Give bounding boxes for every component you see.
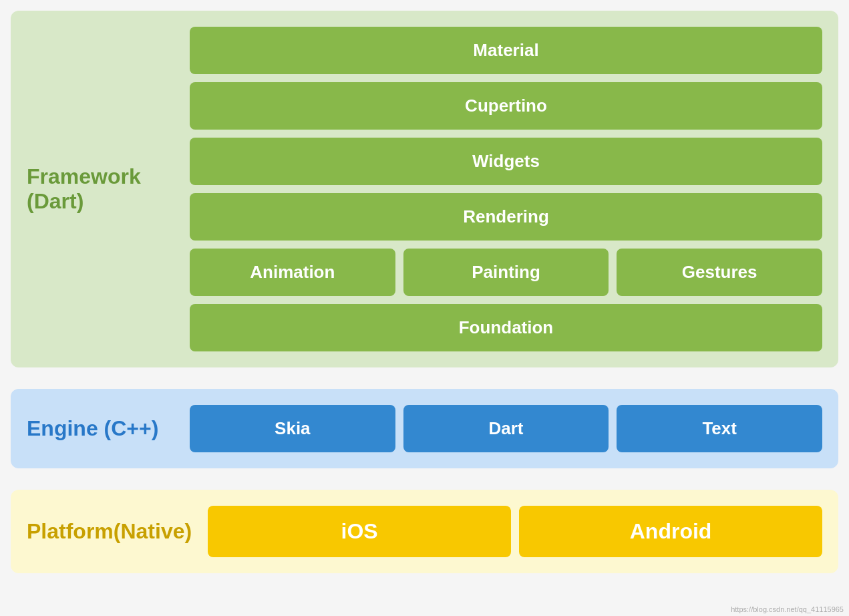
platform-row: iOS Android [208, 506, 822, 557]
engine-item-dart: Dart [403, 405, 609, 452]
engine-item-skia: Skia [190, 405, 395, 452]
engine-row: Skia Dart Text [190, 405, 822, 452]
engine-section: Engine (C++) Skia Dart Text [11, 389, 838, 468]
framework-item-material: Material [190, 27, 822, 74]
framework-item-gestures: Gestures [617, 249, 822, 296]
platform-item-ios: iOS [208, 506, 511, 557]
framework-title: Framework(Dart) [27, 164, 174, 214]
framework-row-5: Animation Painting Gestures [190, 249, 822, 296]
framework-row-2: Cupertino [190, 82, 822, 130]
engine-item-text: Text [617, 405, 822, 452]
framework-item-cupertino: Cupertino [190, 82, 822, 130]
framework-section: Framework(Dart) Material Cupertino Widge… [11, 11, 838, 367]
framework-row-6: Foundation [190, 304, 822, 351]
framework-item-painting: Painting [403, 249, 609, 296]
framework-item-widgets: Widgets [190, 138, 822, 185]
platform-title: Platform(Native) [27, 519, 192, 544]
platform-section: Platform(Native) iOS Android [11, 490, 838, 573]
framework-item-animation: Animation [190, 249, 395, 296]
platform-item-android: Android [519, 506, 822, 557]
engine-title: Engine (C++) [27, 416, 174, 441]
watermark: https://blog.csdn.net/qq_41115965 [731, 605, 844, 613]
framework-row-1: Material [190, 27, 822, 74]
framework-row-4: Rendering [190, 193, 822, 241]
engine-content: Skia Dart Text [190, 405, 822, 452]
framework-row-3: Widgets [190, 138, 822, 185]
platform-content: iOS Android [208, 506, 822, 557]
framework-content: Material Cupertino Widgets Rendering Ani… [190, 27, 822, 351]
framework-item-rendering: Rendering [190, 193, 822, 241]
framework-item-foundation: Foundation [190, 304, 822, 351]
